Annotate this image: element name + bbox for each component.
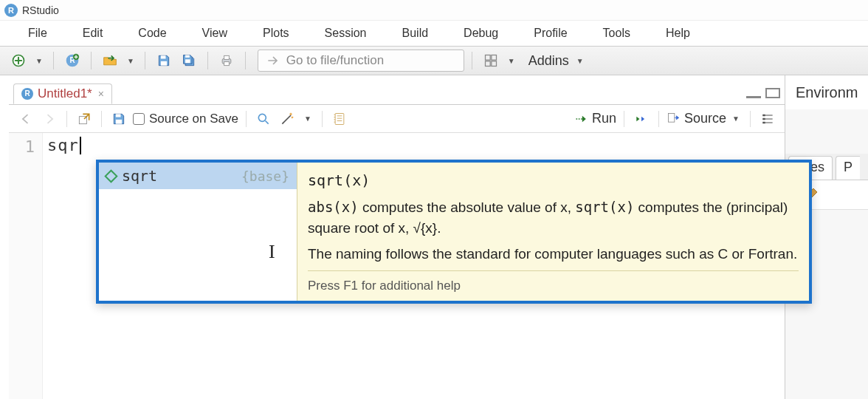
app-title: RStudio xyxy=(22,4,59,16)
source-pane: R Untitled1* × xyxy=(0,75,785,399)
goto-file-function-input[interactable]: Go to file/function xyxy=(258,50,464,72)
function-diamond-icon xyxy=(104,169,117,183)
popout-icon xyxy=(77,112,92,126)
menu-help[interactable]: Help xyxy=(648,22,708,44)
svg-rect-20 xyxy=(669,113,675,122)
source-icon xyxy=(666,112,681,126)
run-button[interactable]: Run xyxy=(574,111,616,126)
grid-view-button[interactable] xyxy=(480,50,502,71)
editor-tab-untitled1[interactable]: R Untitled1* × xyxy=(13,83,112,104)
menu-plots[interactable]: Plots xyxy=(245,22,307,44)
compile-report-button[interactable] xyxy=(330,109,349,129)
save-button[interactable] xyxy=(153,50,175,71)
help-paragraph-1: abs(x) computes the absolute value of x,… xyxy=(308,197,799,238)
tab-environment[interactable]: Environm xyxy=(788,84,858,101)
svg-rect-6 xyxy=(185,55,190,58)
svg-rect-12 xyxy=(492,55,497,61)
menu-session[interactable]: Session xyxy=(307,22,385,44)
grid-icon xyxy=(483,53,498,68)
addins-menu[interactable]: Addins ▼ xyxy=(528,53,587,69)
source-dropdown[interactable]: ▼ xyxy=(729,115,743,123)
close-tab-button[interactable]: × xyxy=(98,88,104,100)
minimize-pane-button[interactable] xyxy=(746,95,761,98)
save-all-button[interactable] xyxy=(178,50,200,71)
separator xyxy=(66,111,67,127)
save-file-button[interactable] xyxy=(109,109,128,129)
grid-view-dropdown[interactable]: ▼ xyxy=(505,57,518,65)
separator xyxy=(472,52,472,69)
svg-rect-5 xyxy=(161,61,167,66)
autocomplete-item-package: {base} xyxy=(241,168,289,184)
editor-tabstrip: R Untitled1* × xyxy=(9,81,785,105)
tab-plots[interactable]: P xyxy=(836,156,860,180)
new-file-button[interactable] xyxy=(7,50,30,71)
svg-rect-19 xyxy=(335,113,344,124)
wand-icon xyxy=(280,112,294,126)
forward-button[interactable] xyxy=(40,109,59,129)
save-icon xyxy=(111,112,126,126)
addins-caret-icon: ▼ xyxy=(574,57,587,65)
autocomplete-item-name: sqrt xyxy=(122,167,157,185)
separator xyxy=(246,111,247,127)
open-file-button[interactable] xyxy=(99,50,121,71)
arrow-right-icon xyxy=(42,112,57,126)
source-on-save-checkbox[interactable]: Source on Save xyxy=(133,112,238,126)
print-button[interactable] xyxy=(216,50,238,71)
menu-profile[interactable]: Profile xyxy=(516,22,585,44)
text-caret xyxy=(80,137,81,154)
line-gutter: 1 xyxy=(9,133,43,399)
back-button[interactable] xyxy=(16,109,35,129)
rerun-button[interactable] xyxy=(632,109,651,129)
source-button[interactable]: Source ▼ xyxy=(666,111,743,126)
pane-window-controls xyxy=(746,88,780,98)
menu-tools[interactable]: Tools xyxy=(585,22,648,44)
printer-icon xyxy=(219,53,234,68)
code-line-1: sqr xyxy=(47,136,780,154)
separator xyxy=(53,52,54,69)
folder-open-icon xyxy=(103,53,117,68)
save-all-icon xyxy=(182,53,196,68)
menu-edit[interactable]: Edit xyxy=(65,22,121,44)
notebook-icon xyxy=(332,112,347,126)
autocomplete-list[interactable]: sqrt {base} I xyxy=(99,163,297,301)
open-recent-dropdown[interactable]: ▼ xyxy=(124,57,137,65)
svg-rect-17 xyxy=(116,119,122,123)
editor-tab-title: Untitled1* xyxy=(38,86,92,101)
help-code-abs: abs(x) xyxy=(308,199,359,215)
run-label: Run xyxy=(592,111,616,126)
menu-view[interactable]: View xyxy=(185,22,245,44)
app-icon: R xyxy=(4,4,18,17)
outline-icon xyxy=(760,112,775,126)
menu-file[interactable]: File xyxy=(10,22,65,44)
autocomplete-item-sqrt[interactable]: sqrt {base} xyxy=(99,163,297,189)
outline-button[interactable] xyxy=(758,109,777,129)
separator xyxy=(624,111,624,127)
code-tools-button[interactable] xyxy=(278,109,297,129)
help-footer: Press F1 for additional help xyxy=(308,270,799,301)
menu-debug[interactable]: Debug xyxy=(446,22,516,44)
source-on-save-label: Source on Save xyxy=(149,112,238,126)
menu-code[interactable]: Code xyxy=(120,22,184,44)
help-code-sqrt: sqrt(x) xyxy=(575,199,634,215)
code-tools-dropdown[interactable]: ▼ xyxy=(301,115,314,123)
main-area: R Untitled1* × xyxy=(0,75,868,399)
new-file-dropdown[interactable]: ▼ xyxy=(32,57,46,65)
svg-rect-11 xyxy=(485,55,490,61)
code-area[interactable]: sqr sqrt {base} I sqrt(x) ab xyxy=(43,133,785,399)
code-editor[interactable]: 1 sqr sqrt {base} I sqrt(x) xyxy=(9,133,785,399)
svg-rect-9 xyxy=(224,55,229,59)
show-in-new-window-button[interactable] xyxy=(75,109,94,129)
maximize-pane-button[interactable] xyxy=(765,88,780,98)
main-toolbar: ▼ R ▼ Go to file/function ▼ Addins ▼ xyxy=(0,46,868,75)
autocomplete-help-panel: sqrt(x) abs(x) computes the absolute val… xyxy=(297,163,809,301)
r-project-icon: R xyxy=(65,53,80,68)
menubar: File Edit Code View Plots Session Build … xyxy=(0,21,868,46)
menu-build[interactable]: Build xyxy=(385,22,447,44)
magnifier-icon xyxy=(256,112,271,126)
new-project-button[interactable]: R xyxy=(61,50,83,71)
separator xyxy=(91,52,92,69)
find-replace-button[interactable] xyxy=(254,109,273,129)
text-cursor-icon: I xyxy=(269,241,297,263)
run-arrow-icon xyxy=(574,112,589,126)
autocomplete-popup: sqrt {base} I sqrt(x) abs(x) computes th… xyxy=(96,160,812,304)
